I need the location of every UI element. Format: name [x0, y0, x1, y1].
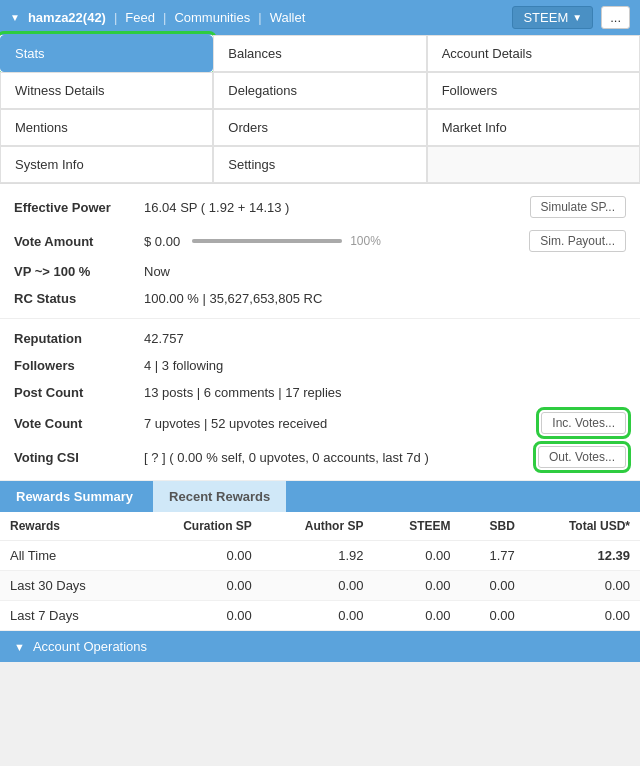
menu-item-stats[interactable]: Stats: [0, 35, 213, 72]
rewards-header: Rewards Summary Recent Rewards: [0, 481, 640, 512]
chevron-down-icon: ▼: [14, 641, 25, 653]
top-nav: ▼ hamza22(42) | Feed | Communities | Wal…: [0, 0, 640, 35]
vote-count-label: Vote Count: [14, 416, 144, 431]
vp-row: VP ~> 100 % Now: [0, 258, 640, 285]
vote-percent: 100%: [350, 234, 381, 248]
simulate-sp-action: Simulate SP...: [530, 196, 626, 218]
vp-label: VP ~> 100 %: [14, 264, 144, 279]
recent-rewards-tab[interactable]: Recent Rewards: [153, 481, 286, 512]
nav-feed-link[interactable]: Feed: [125, 10, 155, 25]
cell-label: All Time: [0, 541, 136, 571]
menu-item-witness-details[interactable]: Witness Details: [0, 72, 213, 109]
more-button[interactable]: ...: [601, 6, 630, 29]
rewards-summary-tab[interactable]: Rewards Summary: [0, 481, 149, 512]
cell-sbd: 1.77: [461, 541, 525, 571]
vp-value: Now: [144, 264, 626, 279]
followers-stat-label: Followers: [14, 358, 144, 373]
col-steem: STEEM: [373, 512, 460, 541]
out-votes-action: Out. Votes...: [538, 446, 626, 468]
rc-label: RC Status: [14, 291, 144, 306]
menu-grid: Stats Balances Account Details Witness D…: [0, 35, 640, 184]
cell-label: Last 30 Days: [0, 571, 136, 601]
menu-item-mentions[interactable]: Mentions: [0, 109, 213, 146]
cell-total-usd: 0.00: [525, 601, 640, 631]
cell-total-usd: 12.39: [525, 541, 640, 571]
voting-csi-row: Voting CSI [ ? ] ( 0.00 % self, 0 upvote…: [0, 440, 640, 474]
nav-sep3: |: [258, 10, 261, 25]
cell-curation-sp: 0.00: [136, 571, 262, 601]
menu-item-system-info[interactable]: System Info: [0, 146, 213, 183]
effective-power-value: 16.04 SP ( 1.92 + 14.13 ): [144, 200, 530, 215]
cell-label: Last 7 Days: [0, 601, 136, 631]
cell-steem: 0.00: [373, 601, 460, 631]
voting-csi-value: [ ? ] ( 0.00 % self, 0 upvotes, 0 accoun…: [144, 450, 538, 465]
vote-amount-label: Vote Amount: [14, 234, 144, 249]
menu-item-market-info[interactable]: Market Info: [427, 109, 640, 146]
menu-item-account-details[interactable]: Account Details: [427, 35, 640, 72]
menu-item-empty: [427, 146, 640, 183]
col-rewards: Rewards: [0, 512, 136, 541]
cell-sbd: 0.00: [461, 601, 525, 631]
rc-value: 100.00 % | 35,627,653,805 RC: [144, 291, 626, 306]
vote-amount-value: $ 0.00: [144, 234, 180, 249]
cell-curation-sp: 0.00: [136, 601, 262, 631]
table-row: Last 7 Days 0.00 0.00 0.00 0.00 0.00: [0, 601, 640, 631]
sim-payout-button[interactable]: Sim. Payout...: [529, 230, 626, 252]
reputation-label: Reputation: [14, 331, 144, 346]
followers-row: Followers 4 | 3 following: [0, 352, 640, 379]
vote-slider: $ 0.00 100%: [144, 234, 529, 249]
post-count-value: 13 posts | 6 comments | 17 replies: [144, 385, 626, 400]
col-author-sp: Author SP: [262, 512, 374, 541]
stats-block-2: Reputation 42.757 Followers 4 | 3 follow…: [0, 319, 640, 481]
stats-block-1: Effective Power 16.04 SP ( 1.92 + 14.13 …: [0, 184, 640, 319]
rc-row: RC Status 100.00 % | 35,627,653,805 RC: [0, 285, 640, 312]
cell-author-sp: 1.92: [262, 541, 374, 571]
voting-csi-label: Voting CSI: [14, 450, 144, 465]
cell-author-sp: 0.00: [262, 571, 374, 601]
rewards-header-row: Rewards Curation SP Author SP STEEM SBD …: [0, 512, 640, 541]
dropdown-arrow-icon: ▼: [572, 12, 582, 23]
rewards-table: Rewards Curation SP Author SP STEEM SBD …: [0, 512, 640, 631]
cell-author-sp: 0.00: [262, 601, 374, 631]
vote-count-value: 7 upvotes | 52 upvotes received: [144, 416, 541, 431]
menu-item-settings[interactable]: Settings: [213, 146, 426, 183]
menu-item-followers[interactable]: Followers: [427, 72, 640, 109]
nav-communities-link[interactable]: Communities: [174, 10, 250, 25]
post-count-label: Post Count: [14, 385, 144, 400]
cell-steem: 0.00: [373, 571, 460, 601]
reputation-value: 42.757: [144, 331, 626, 346]
table-row: All Time 0.00 1.92 0.00 1.77 12.39: [0, 541, 640, 571]
cell-sbd: 0.00: [461, 571, 525, 601]
vote-amount-row: Vote Amount $ 0.00 100% Sim. Payout...: [0, 224, 640, 258]
cell-curation-sp: 0.00: [136, 541, 262, 571]
sim-payout-action: Sim. Payout...: [529, 230, 626, 252]
post-count-row: Post Count 13 posts | 6 comments | 17 re…: [0, 379, 640, 406]
simulate-sp-button[interactable]: Simulate SP...: [530, 196, 626, 218]
account-ops-label: Account Operations: [33, 639, 147, 654]
col-sbd: SBD: [461, 512, 525, 541]
slider-fill: [192, 239, 342, 243]
menu-item-orders[interactable]: Orders: [213, 109, 426, 146]
inc-votes-button[interactable]: Inc. Votes...: [541, 412, 626, 434]
out-votes-button[interactable]: Out. Votes...: [538, 446, 626, 468]
steem-button[interactable]: STEEM ▼: [512, 6, 593, 29]
effective-power-label: Effective Power: [14, 200, 144, 215]
vote-slider-bar[interactable]: [192, 239, 342, 243]
vote-count-row: Vote Count 7 upvotes | 52 upvotes receiv…: [0, 406, 640, 440]
menu-item-delegations[interactable]: Delegations: [213, 72, 426, 109]
nav-wallet-link[interactable]: Wallet: [270, 10, 306, 25]
nav-sep2: |: [163, 10, 166, 25]
table-row: Last 30 Days 0.00 0.00 0.00 0.00 0.00: [0, 571, 640, 601]
reputation-row: Reputation 42.757: [0, 325, 640, 352]
inc-votes-action: Inc. Votes...: [541, 412, 626, 434]
col-curation-sp: Curation SP: [136, 512, 262, 541]
followers-stat-value: 4 | 3 following: [144, 358, 626, 373]
rewards-section: Rewards Summary Recent Rewards Rewards C…: [0, 481, 640, 631]
effective-power-row: Effective Power 16.04 SP ( 1.92 + 14.13 …: [0, 190, 640, 224]
account-operations-footer[interactable]: ▼ Account Operations: [0, 631, 640, 662]
menu-item-balances[interactable]: Balances: [213, 35, 426, 72]
stats-container: Effective Power 16.04 SP ( 1.92 + 14.13 …: [0, 184, 640, 481]
cell-total-usd: 0.00: [525, 571, 640, 601]
col-total-usd: Total USD*: [525, 512, 640, 541]
nav-username[interactable]: hamza22(42): [28, 10, 106, 25]
